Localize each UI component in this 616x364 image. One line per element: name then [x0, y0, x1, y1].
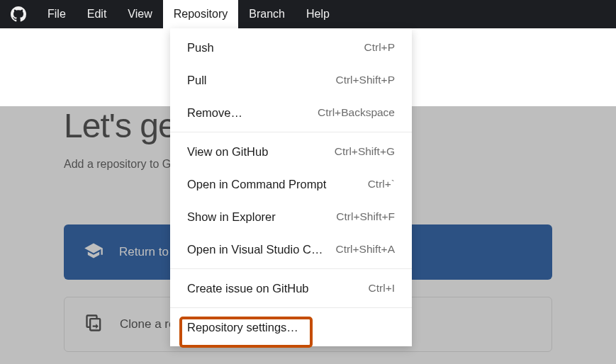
dropdown-item-open-vscode[interactable]: Open in Visual Studio Code Ctrl+Shift+A	[170, 233, 412, 266]
dropdown-item-label: Open in Command Prompt	[187, 178, 326, 191]
dropdown-item-shortcut: Ctrl+Backspace	[318, 106, 395, 119]
dropdown-item-show-explorer[interactable]: Show in Explorer Ctrl+Shift+F	[170, 200, 412, 233]
repository-dropdown: Push Ctrl+P Pull Ctrl+Shift+P Remove… Ct…	[170, 28, 412, 346]
dropdown-item-label: Remove…	[187, 106, 242, 120]
dropdown-separator	[170, 268, 412, 269]
menu-edit[interactable]: Edit	[77, 0, 118, 28]
dropdown-item-label: Show in Explorer	[187, 210, 276, 224]
dropdown-separator	[170, 132, 412, 132]
menubar: File Edit View Repository Branch Help	[0, 0, 616, 28]
dropdown-item-shortcut: Ctrl+Shift+P	[335, 74, 395, 86]
dropdown-item-shortcut: Ctrl+Shift+F	[336, 210, 395, 223]
menu-view[interactable]: View	[117, 0, 162, 28]
dropdown-item-create-issue[interactable]: Create issue on GitHub Ctrl+I	[170, 272, 412, 305]
dropdown-separator	[170, 307, 412, 308]
dropdown-item-label: Pull	[187, 74, 207, 87]
menu-help[interactable]: Help	[296, 0, 340, 28]
dropdown-item-view-github[interactable]: View on GitHub Ctrl+Shift+G	[170, 135, 412, 168]
menu-branch[interactable]: Branch	[238, 0, 296, 28]
menu-repository[interactable]: Repository	[163, 0, 238, 28]
dropdown-item-label: View on GitHub	[187, 145, 268, 159]
dropdown-item-label: Open in Visual Studio Code	[187, 243, 329, 256]
menu-file[interactable]: File	[37, 0, 77, 28]
dropdown-item-pull[interactable]: Pull Ctrl+Shift+P	[170, 64, 412, 96]
github-logo-icon	[10, 6, 27, 23]
dropdown-item-open-cmd[interactable]: Open in Command Prompt Ctrl+`	[170, 168, 412, 200]
dropdown-item-remove[interactable]: Remove… Ctrl+Backspace	[170, 96, 412, 129]
dropdown-item-label: Repository settings…	[187, 321, 298, 334]
dropdown-item-push[interactable]: Push Ctrl+P	[170, 31, 412, 64]
dropdown-item-shortcut: Ctrl+Shift+A	[335, 243, 395, 256]
dropdown-item-label: Create issue on GitHub	[187, 282, 309, 295]
dropdown-item-repository-settings[interactable]: Repository settings…	[170, 311, 412, 343]
dropdown-item-shortcut: Ctrl+Shift+G	[335, 145, 395, 158]
dropdown-item-label: Push	[187, 41, 214, 55]
dropdown-item-shortcut: Ctrl+`	[368, 178, 395, 190]
dropdown-item-shortcut: Ctrl+P	[364, 41, 396, 54]
dropdown-item-shortcut: Ctrl+I	[369, 282, 395, 295]
